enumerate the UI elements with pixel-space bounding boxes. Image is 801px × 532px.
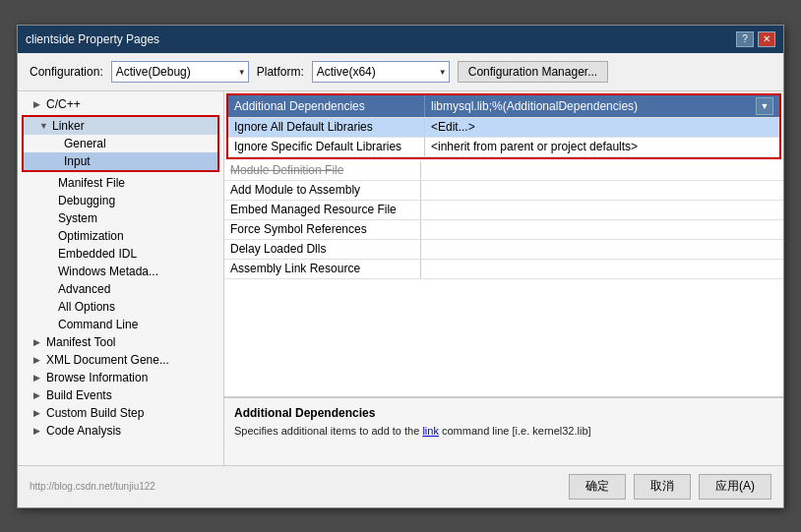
platform-label: Platform: bbox=[257, 65, 304, 79]
titlebar-buttons: ? ✕ bbox=[736, 31, 775, 47]
arrow-icon: ▼ bbox=[39, 121, 49, 131]
apply-button[interactable]: 应用(A) bbox=[699, 474, 771, 500]
tree-item-build-events[interactable]: ▶ Build Events bbox=[18, 386, 223, 404]
config-row: Configuration: Active(Debug) ▼ Platform:… bbox=[18, 53, 783, 91]
property-value-additional-deps: libmysql.lib;%(AdditionalDependencies) ▼ bbox=[425, 95, 779, 117]
dropdown-button[interactable]: ▼ bbox=[756, 97, 773, 115]
property-name-module-def: Module Definition File bbox=[224, 161, 421, 180]
property-row-ignore-specific[interactable]: Ignore Specific Default Libraries <inher… bbox=[228, 138, 779, 157]
arrow-icon: ▶ bbox=[33, 337, 43, 347]
tree-panel: ▶ C/C++ ▼ Linker General Input bbox=[18, 91, 224, 465]
property-name-additional-deps: Additional Dependencies bbox=[228, 95, 425, 117]
arrow-icon: ▶ bbox=[33, 99, 43, 109]
main-content: ▶ C/C++ ▼ Linker General Input bbox=[18, 91, 783, 465]
property-name-embed-resource: Embed Managed Resource File bbox=[224, 201, 421, 219]
property-value-ignore-all: <Edit...> bbox=[425, 118, 779, 137]
config-manager-button[interactable]: Configuration Manager... bbox=[458, 61, 608, 83]
cancel-button[interactable]: 取消 bbox=[634, 474, 691, 500]
tree-item-xml-doc[interactable]: ▶ XML Document Gene... bbox=[18, 351, 223, 369]
arrow-icon: ▶ bbox=[33, 390, 43, 400]
property-value-embed-resource bbox=[421, 201, 783, 219]
property-value-assembly-link bbox=[421, 260, 783, 278]
description-text: Specifies additional items to add to the… bbox=[234, 424, 773, 439]
bottom-bar: http://blog.csdn.net/tunjiu122 确定 取消 应用(… bbox=[18, 465, 783, 507]
arrow-icon: ▶ bbox=[33, 426, 43, 436]
tree-item-manifest-file[interactable]: Manifest File bbox=[18, 174, 223, 192]
link-text: link bbox=[422, 425, 439, 437]
property-name-delay-loaded: Delay Loaded Dlls bbox=[224, 240, 421, 259]
property-row-add-module[interactable]: Add Module to Assembly bbox=[224, 181, 783, 201]
property-name-assembly-link: Assembly Link Resource bbox=[224, 260, 421, 278]
property-value-add-module bbox=[421, 181, 783, 200]
arrow-icon: ▶ bbox=[33, 408, 43, 418]
arrow-icon: ▶ bbox=[33, 373, 43, 383]
titlebar: clientside Property Pages ? ✕ bbox=[18, 26, 783, 53]
description-panel: Additional Dependencies Specifies additi… bbox=[224, 396, 783, 465]
tree-item-command-line[interactable]: Command Line bbox=[18, 316, 223, 333]
tree-item-cpp[interactable]: ▶ C/C++ bbox=[18, 95, 223, 113]
tree-item-advanced[interactable]: Advanced bbox=[18, 280, 223, 298]
tree-item-optimization[interactable]: Optimization bbox=[18, 227, 223, 245]
tree-item-debugging[interactable]: Debugging bbox=[18, 192, 223, 209]
main-window: clientside Property Pages ? ✕ Configurat… bbox=[17, 25, 784, 508]
window-title: clientside Property Pages bbox=[26, 32, 159, 46]
tree-item-all-options[interactable]: All Options bbox=[18, 298, 223, 316]
property-panel: Additional Dependencies libmysql.lib;%(A… bbox=[224, 91, 783, 465]
property-name-force-symbol: Force Symbol References bbox=[224, 220, 421, 239]
property-row-delay-loaded[interactable]: Delay Loaded Dlls bbox=[224, 240, 783, 260]
property-row-ignore-all[interactable]: Ignore All Default Libraries <Edit...> bbox=[228, 118, 779, 138]
tree-item-browse-info[interactable]: ▶ Browse Information bbox=[18, 369, 223, 386]
close-button[interactable]: ✕ bbox=[758, 31, 775, 47]
tree-item-embedded-idl[interactable]: Embedded IDL bbox=[18, 245, 223, 263]
property-value-force-symbol bbox=[421, 220, 783, 239]
tree-item-custom-build[interactable]: ▶ Custom Build Step bbox=[18, 404, 223, 422]
property-value-delay-loaded bbox=[421, 240, 783, 259]
tree-item-linker[interactable]: ▼ Linker bbox=[24, 117, 217, 135]
watermark: http://blog.csdn.net/tunjiu122 bbox=[30, 474, 561, 500]
linker-group-box: ▼ Linker General Input bbox=[22, 115, 219, 172]
property-highlight-box: Additional Dependencies libmysql.lib;%(A… bbox=[226, 93, 781, 159]
arrow-icon: ▶ bbox=[33, 355, 43, 365]
tree-item-windows-metadata[interactable]: Windows Metada... bbox=[18, 263, 223, 280]
config-label: Configuration: bbox=[30, 65, 103, 79]
property-row-assembly-link[interactable]: Assembly Link Resource bbox=[224, 260, 783, 279]
config-select[interactable]: Active(Debug) ▼ bbox=[111, 61, 249, 83]
property-name-ignore-specific: Ignore Specific Default Libraries bbox=[228, 138, 425, 156]
property-row-module-def[interactable]: Module Definition File bbox=[224, 161, 783, 181]
config-arrow-icon: ▼ bbox=[238, 67, 246, 76]
property-value-module-def bbox=[421, 161, 783, 180]
ok-button[interactable]: 确定 bbox=[569, 474, 626, 500]
property-row-additional-deps[interactable]: Additional Dependencies libmysql.lib;%(A… bbox=[228, 95, 779, 118]
description-title: Additional Dependencies bbox=[234, 406, 773, 420]
platform-select[interactable]: Active(x64) ▼ bbox=[312, 61, 450, 83]
platform-arrow-icon: ▼ bbox=[439, 67, 447, 76]
property-name-add-module: Add Module to Assembly bbox=[224, 181, 421, 200]
property-row-embed-resource[interactable]: Embed Managed Resource File bbox=[224, 201, 783, 220]
tree-item-manifest-tool[interactable]: ▶ Manifest Tool bbox=[18, 333, 223, 351]
help-button[interactable]: ? bbox=[736, 31, 754, 47]
property-grid: Module Definition File Add Module to Ass… bbox=[224, 161, 783, 396]
tree-item-input[interactable]: Input bbox=[24, 152, 217, 170]
tree-item-general[interactable]: General bbox=[24, 135, 217, 152]
property-value-ignore-specific: <inherit from parent or project defaults… bbox=[425, 138, 779, 156]
tree-item-system[interactable]: System bbox=[18, 209, 223, 227]
property-row-force-symbol[interactable]: Force Symbol References bbox=[224, 220, 783, 240]
property-name-ignore-all: Ignore All Default Libraries bbox=[228, 118, 425, 137]
tree-item-code-analysis[interactable]: ▶ Code Analysis bbox=[18, 422, 223, 440]
